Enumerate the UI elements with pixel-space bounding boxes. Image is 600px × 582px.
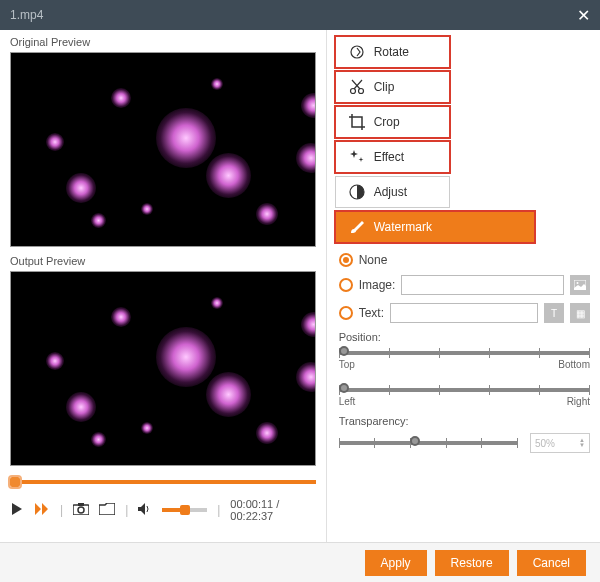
pos-left-label: Left (339, 396, 356, 407)
menu-label: Rotate (374, 45, 409, 59)
transparency-stepper[interactable]: 50% ▲▼ (530, 433, 590, 453)
image-path-input[interactable] (401, 275, 564, 295)
transparency-section: Transparency: 50% ▲▼ (339, 415, 590, 453)
position-vertical-slider[interactable] (339, 351, 590, 355)
slider-thumb[interactable] (410, 436, 420, 446)
volume-thumb[interactable] (180, 505, 190, 515)
menu-label: Crop (374, 115, 400, 129)
radio-image-label: Image: (359, 278, 396, 292)
transparency-value: 50% (535, 438, 555, 449)
timeline[interactable] (10, 480, 316, 484)
radio-image[interactable] (339, 278, 353, 292)
footer: Apply Restore Cancel (0, 542, 600, 582)
slider-thumb[interactable] (339, 346, 349, 356)
radio-text-row: Text: T ▦ (339, 303, 590, 323)
brush-icon (348, 218, 366, 236)
preview-column: Original Preview Output Preview (0, 30, 327, 542)
menu-clip[interactable]: Clip (335, 71, 450, 103)
output-preview-label: Output Preview (10, 255, 316, 267)
radio-none-label: None (359, 253, 388, 267)
timeline-track[interactable] (10, 480, 316, 484)
separator: | (217, 503, 220, 517)
color-button[interactable]: ▦ (570, 303, 590, 323)
original-preview-label: Original Preview (10, 36, 316, 48)
separator: | (125, 503, 128, 517)
position-label: Position: (339, 331, 590, 343)
timeline-thumb[interactable] (10, 477, 20, 487)
svg-rect-2 (78, 503, 84, 506)
original-preview (10, 52, 316, 247)
svg-point-4 (350, 89, 355, 94)
output-preview (10, 271, 316, 466)
watermark-panel: None Image: Text: T ▦ Position: (339, 253, 590, 453)
volume-icon[interactable] (138, 503, 152, 518)
radio-text[interactable] (339, 306, 353, 320)
menu-label: Adjust (374, 185, 407, 199)
folder-icon[interactable] (99, 503, 115, 518)
volume-slider[interactable] (162, 508, 207, 512)
slider-thumb[interactable] (339, 383, 349, 393)
playback-controls: | | | 00:00:11 / 00:22:37 (10, 498, 316, 522)
radio-none-row: None (339, 253, 590, 267)
transparency-label: Transparency: (339, 415, 590, 427)
svg-point-8 (577, 282, 579, 284)
svg-point-3 (351, 46, 363, 58)
separator: | (60, 503, 63, 517)
restore-button[interactable]: Restore (435, 550, 509, 576)
snapshot-icon[interactable] (73, 503, 89, 518)
cancel-button[interactable]: Cancel (517, 550, 586, 576)
crop-icon (348, 113, 366, 131)
contrast-icon (348, 183, 366, 201)
time-total: 00:22:37 (230, 510, 273, 522)
pos-bottom-label: Bottom (558, 359, 590, 370)
position-section: Position: Top Bottom Left Right (339, 331, 590, 407)
time-display: 00:00:11 / 00:22:37 (230, 498, 315, 522)
scissors-icon (348, 78, 366, 96)
menu-label: Watermark (374, 220, 432, 234)
menu-watermark[interactable]: Watermark (335, 211, 535, 243)
transparency-slider[interactable] (339, 441, 518, 445)
text-input[interactable] (390, 303, 538, 323)
play-icon[interactable] (10, 502, 24, 519)
font-button[interactable]: T (544, 303, 564, 323)
menu-crop[interactable]: Crop (335, 106, 450, 138)
time-current: 00:00:11 (230, 498, 273, 510)
titlebar: 1.mp4 ✕ (0, 0, 600, 30)
menu-effect[interactable]: Effect (335, 141, 450, 173)
edit-panel: Rotate Clip Crop Effect Adjust Watermark… (327, 30, 600, 542)
fast-forward-icon[interactable] (34, 502, 50, 519)
image-browse-button[interactable] (570, 275, 590, 295)
pos-right-label: Right (567, 396, 590, 407)
stepper-buttons[interactable]: ▲▼ (579, 438, 585, 448)
radio-text-label: Text: (359, 306, 384, 320)
video-frame (11, 53, 315, 246)
stars-icon (348, 148, 366, 166)
close-icon[interactable]: ✕ (577, 6, 590, 25)
menu-label: Clip (374, 80, 395, 94)
svg-point-5 (358, 89, 363, 94)
pos-top-label: Top (339, 359, 355, 370)
svg-point-1 (78, 507, 84, 513)
rotate-icon (348, 43, 366, 61)
main-area: Original Preview Output Preview (0, 30, 600, 542)
position-horizontal-slider[interactable] (339, 388, 590, 392)
menu-adjust[interactable]: Adjust (335, 176, 450, 208)
window-title: 1.mp4 (10, 8, 43, 22)
video-frame (11, 272, 315, 465)
menu-rotate[interactable]: Rotate (335, 36, 450, 68)
menu-label: Effect (374, 150, 404, 164)
radio-image-row: Image: (339, 275, 590, 295)
radio-none[interactable] (339, 253, 353, 267)
apply-button[interactable]: Apply (365, 550, 427, 576)
